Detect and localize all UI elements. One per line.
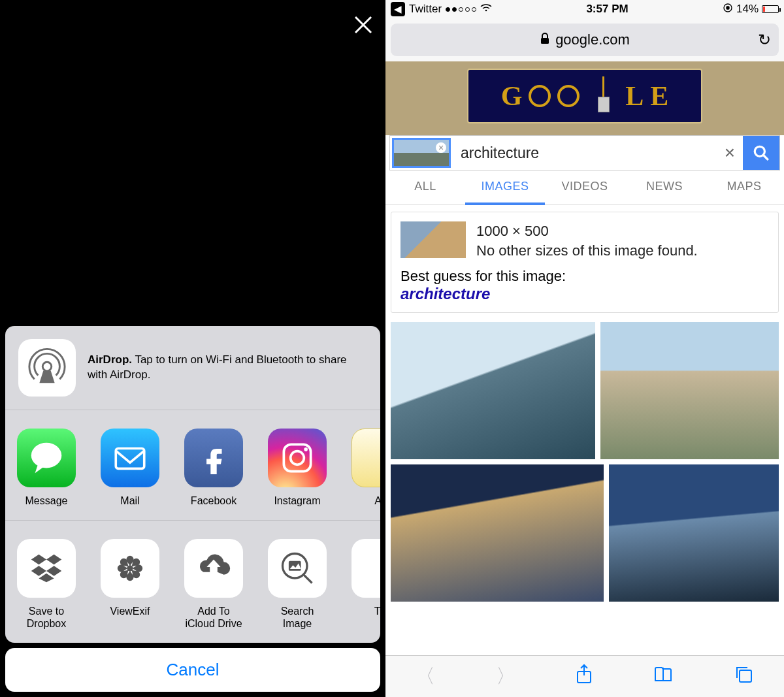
action-label: Save to Dropbox [27,606,66,630]
image-result[interactable] [391,464,604,602]
url-bar: google.com ↻ [385,18,784,61]
search-thumbnail[interactable]: × [392,138,451,168]
svg-point-4 [291,451,304,465]
tab-videos[interactable]: VIDEOS [545,170,625,204]
generic-action-icon [351,539,380,598]
airdrop-section[interactable]: AirDrop. Tap to turn on Wi-Fi and Blueto… [5,326,380,410]
action-search-image[interactable]: Search Image [268,539,327,630]
lock-icon [540,31,550,48]
tabs-icon[interactable] [734,665,754,688]
bookmarks-icon[interactable] [653,665,674,688]
safari-toolbar: 〈 〉 [385,655,784,697]
action-icloud[interactable]: Add To iCloud Drive [184,539,243,630]
share-item-more[interactable]: Ad [351,429,380,507]
airdrop-icon [18,339,76,397]
rotation-lock-icon [723,3,733,16]
svg-line-8 [304,575,312,583]
notes-icon [351,429,380,487]
cloud-upload-icon [184,539,243,598]
share-item-instagram[interactable]: Instagram [268,429,327,507]
wifi-icon [480,3,492,16]
no-other-sizes-text: No other sizes of this image found. [476,241,698,261]
share-label: Message [25,495,68,507]
forward-icon[interactable]: 〉 [496,663,515,690]
clock: 3:57 PM [586,3,628,16]
share-icon[interactable] [576,664,593,689]
url-text: google.com [555,31,630,48]
share-app-row[interactable]: Message Mail Facebook [5,410,380,521]
best-guess-card: 1000 × 500 No other sizes of this image … [391,212,779,313]
instagram-icon [268,429,327,487]
refresh-icon[interactable]: ↻ [758,31,771,49]
airdrop-title: AirDrop. [88,353,132,366]
close-icon[interactable] [353,12,374,41]
google-logo: G LE [467,69,702,123]
battery-text: 14% [736,3,759,16]
action-more[interactable]: Tw [351,539,380,630]
search-row: × architecture × [389,135,780,170]
remove-thumbnail-icon[interactable]: × [436,142,446,153]
share-label: Mail [120,495,139,507]
carrier-signal-icon [446,7,476,12]
svg-point-1 [31,443,62,468]
search-input[interactable]: architecture [453,136,717,170]
best-guess-link[interactable]: architecture [400,285,769,303]
image-result[interactable] [600,322,779,459]
google-doodle-area[interactable]: G LE [385,61,784,130]
svg-point-5 [304,447,308,451]
action-row[interactable]: Save to Dropbox ViewExif Add To iCloud D… [5,521,380,643]
tab-all[interactable]: ALL [385,170,465,204]
search-tabs: ALL IMAGES VIDEOS NEWS MAPS [385,170,784,205]
url-field[interactable]: google.com ↻ [391,24,779,56]
mail-icon [101,429,159,487]
svg-rect-13 [541,38,549,44]
back-icon[interactable]: 〈 [416,663,435,690]
gear-flower-icon [101,539,159,598]
best-guess-label: Best guess for this image: [400,268,769,285]
airdrop-text: AirDrop. Tap to turn on Wi-Fi and Blueto… [88,353,367,383]
share-label: Ad [374,495,380,507]
image-results-grid [385,319,784,609]
svg-line-15 [763,155,768,160]
image-result[interactable] [391,322,595,459]
svg-rect-2 [116,448,144,468]
tab-news[interactable]: NEWS [625,170,704,204]
clear-icon[interactable]: × [717,136,743,170]
svg-point-0 [42,362,52,371]
battery-icon [762,5,779,13]
svg-rect-17 [740,670,751,682]
image-search-icon [268,539,327,598]
tab-images[interactable]: IMAGES [465,170,545,205]
share-item-mail[interactable]: Mail [101,429,159,507]
action-label: ViewExif [110,606,150,617]
safari-screen: ◀ Twitter 3:57 PM 14% google.com ↻ [385,0,784,697]
share-item-facebook[interactable]: Facebook [184,429,243,507]
facebook-icon [184,429,243,487]
result-thumbnail [400,221,466,258]
svg-rect-12 [727,7,729,9]
doodle-bg [385,130,784,135]
share-label: Instagram [274,495,320,507]
image-dimensions: 1000 × 500 [476,221,698,241]
message-icon [17,429,76,487]
image-result[interactable] [609,464,779,602]
back-app-label[interactable]: Twitter [409,3,442,16]
share-item-messages[interactable]: Message [17,429,76,507]
share-sheet-screen: AirDrop. Tap to turn on Wi-Fi and Blueto… [0,0,385,697]
action-label: Tw [374,606,380,617]
svg-point-10 [485,10,487,12]
share-label: Facebook [191,495,237,507]
action-viewexif[interactable]: ViewExif [101,539,159,630]
svg-point-14 [755,146,764,156]
action-label: Search Image [281,606,314,630]
action-dropbox[interactable]: Save to Dropbox [17,539,76,630]
cancel-button[interactable]: Cancel [5,648,380,692]
search-button[interactable] [743,136,779,170]
share-sheet: AirDrop. Tap to turn on Wi-Fi and Blueto… [0,321,385,697]
tab-maps[interactable]: MAPS [704,170,784,204]
status-bar: ◀ Twitter 3:57 PM 14% [385,0,784,18]
dropbox-icon [17,539,76,598]
share-sheet-body: AirDrop. Tap to turn on Wi-Fi and Blueto… [5,326,380,643]
action-label: Add To iCloud Drive [185,606,242,630]
back-to-app-icon[interactable]: ◀ [391,2,405,16]
